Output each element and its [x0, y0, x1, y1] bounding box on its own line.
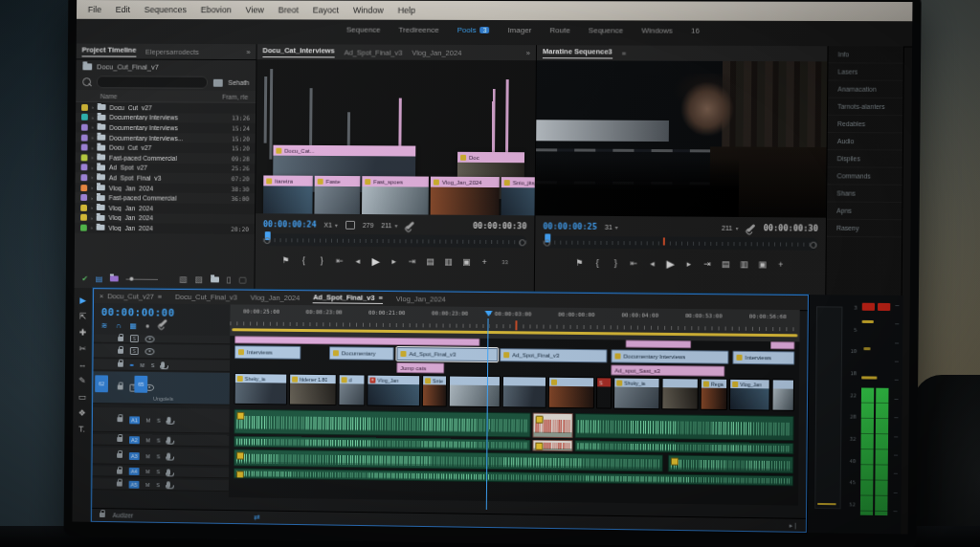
sidebar-item-dispiles[interactable]: Dispiles [827, 150, 902, 168]
audio-clip[interactable] [532, 440, 572, 452]
linked-selection-icon[interactable]: ▦ [129, 321, 137, 330]
audio-clip[interactable] [532, 413, 572, 439]
twirl-icon[interactable]: › [91, 185, 93, 190]
add-button-icon[interactable]: + [776, 260, 786, 270]
workspace-tab-tredireence[interactable]: Tredireence [398, 26, 438, 34]
solo-button[interactable]: S [151, 362, 155, 368]
rectangle-tool[interactable]: ▭ [78, 392, 86, 402]
video-clip-documentary[interactable]: Documentary [329, 346, 394, 361]
twirl-icon[interactable]: › [92, 124, 94, 130]
delete-icon[interactable]: ▢ [238, 275, 246, 285]
mark-in-icon[interactable]: { [592, 258, 602, 268]
sidebar-item-anamacation[interactable]: Anamacation [828, 80, 902, 98]
solo-button[interactable]: S [157, 417, 161, 423]
source-timecode[interactable]: 00:00:00:24 [263, 219, 317, 229]
add-button-icon[interactable]: + [479, 257, 489, 267]
program-zoom-select[interactable]: 31▾ [605, 223, 618, 230]
timeline-clips-area[interactable]: InterviewsDocumentaryAd_Spot_Final_v3Ad_… [229, 336, 800, 505]
sidebar-item-tarnots-alanters[interactable]: Tarnots-alanters [828, 98, 902, 117]
mark-in-icon[interactable]: { [299, 255, 308, 265]
video-clip-sheky-ia[interactable]: Sheky_ia [234, 373, 288, 405]
audio-track-badge[interactable]: A4 [129, 468, 140, 475]
panel-menu-icon[interactable]: ≡ [158, 293, 162, 301]
label-color-chip[interactable] [80, 185, 87, 191]
video-clip-strip[interactable] [770, 341, 794, 349]
video-clip-s[interactable]: S [596, 377, 612, 408]
list-view-icon[interactable]: ▤ [96, 274, 102, 283]
timeline-tab-vlog-jan-2024[interactable]: Vlog_Jan_2024 [396, 295, 446, 303]
solo-button[interactable]: S [157, 453, 161, 459]
scrubber-right-handle[interactable] [810, 242, 816, 249]
program-resolution-select[interactable]: 211▾ [722, 224, 738, 230]
video-clip-vlog-jan[interactable]: ✕Vlog_Jan [367, 375, 420, 407]
menu-ebovion[interactable]: Ebovion [201, 5, 232, 14]
sync-toggle-icon[interactable]: S [130, 347, 139, 355]
program-scrubber[interactable] [543, 235, 817, 250]
label-color-chip[interactable] [81, 114, 88, 120]
timeline-tab-vlog-jan-2024[interactable]: Vlog_Jan_2024 [251, 294, 301, 302]
play-icon[interactable]: ▶ [666, 257, 676, 270]
track-select-tool[interactable]: ⇱ [79, 312, 86, 321]
timeline-tab-docu-cut-v27[interactable]: ×Docu_Cut_v27≡ [100, 292, 162, 301]
step-back-icon[interactable]: ◂ [647, 258, 657, 268]
audio-track-badge[interactable]: A5 [129, 480, 140, 488]
video-clip-thumb[interactable] [771, 379, 794, 411]
sidebar-item-raseny[interactable]: Raseny [827, 220, 902, 238]
sidebar-item-info[interactable]: Info [828, 46, 902, 63]
workspace-tab-pools[interactable]: Pools3 [457, 26, 490, 34]
audio-track-badge[interactable] [130, 363, 134, 365]
clip-indicator-right[interactable] [878, 303, 890, 311]
video-clip-snte[interactable]: Snte [422, 375, 447, 406]
twirl-icon[interactable]: › [91, 215, 93, 221]
source-scrubber[interactable] [263, 233, 527, 248]
bin-purple-icon[interactable] [110, 275, 119, 281]
workspace-tab-sequence[interactable]: Sequence [589, 26, 623, 34]
audio-clip[interactable] [668, 454, 794, 473]
twirl-icon[interactable]: › [91, 155, 93, 161]
track-header-v4[interactable]: S [94, 335, 231, 344]
video-clip-itidener-1-80[interactable]: Itidener 1.80 [289, 374, 337, 405]
label-color-chip[interactable] [81, 144, 88, 151]
video-clip-thumb[interactable] [449, 376, 501, 408]
lock-icon[interactable] [100, 513, 105, 517]
lock-icon[interactable] [118, 384, 123, 389]
sidebar-item-audio[interactable]: Audio [828, 133, 902, 151]
slip-tool[interactable]: ↔ [78, 360, 87, 369]
video-clip-ad-spot-final-v3[interactable]: Ad_Spot_Final_v3 [396, 347, 498, 361]
eye-icon[interactable] [145, 348, 155, 355]
tab-program-sequence[interactable]: Maratine Sequence3 [543, 47, 612, 58]
mic-icon[interactable] [167, 469, 170, 475]
mic-icon[interactable] [167, 453, 170, 460]
panel-menu-icon[interactable]: ≡ [379, 294, 383, 302]
hand-tool[interactable]: ❖ [78, 408, 86, 418]
find-icon[interactable]: ▨ [194, 274, 202, 284]
label-color-chip[interactable] [80, 164, 87, 171]
tab-docu-cat-interviews[interactable]: Docu_Cat_Interviews [262, 46, 334, 57]
track-header-a4[interactable]: A4MS [92, 466, 229, 478]
step-back-icon[interactable]: ◂ [353, 256, 363, 266]
video-clip-vlog-jan[interactable]: Vlog_Jan [729, 379, 770, 411]
video-clip-rega[interactable]: Rega [701, 379, 728, 411]
twirl-icon[interactable]: › [92, 104, 94, 110]
source-monitor-viewer[interactable]: Docu_Cat...DocItaretraFasteFast_spoesVlo… [256, 59, 536, 215]
sidebar-item-apns[interactable]: Apns [827, 203, 902, 221]
mute-button[interactable]: M [145, 453, 150, 459]
marker-icon[interactable]: ● [145, 321, 150, 330]
mute-button[interactable]: M [145, 469, 150, 474]
menu-file[interactable]: File [88, 5, 101, 14]
go-to-out-icon[interactable]: ⇥ [407, 256, 416, 266]
menu-sequences[interactable]: Sequences [145, 5, 187, 14]
video-clip-thumb[interactable] [548, 377, 594, 409]
workspace-tab-imager[interactable]: Imager [507, 26, 531, 34]
column-name[interactable]: Name [100, 93, 118, 99]
video-clip-interviews[interactable]: Interviews [234, 345, 301, 360]
video-clip-shuky-ia[interactable]: Shuky_ia [613, 377, 660, 409]
mute-button[interactable]: M [146, 417, 151, 423]
twirl-icon[interactable]: › [91, 164, 93, 170]
label-color-chip[interactable] [80, 225, 87, 231]
go-to-in-icon[interactable]: ⇤ [629, 258, 638, 268]
audio-clip[interactable] [575, 413, 794, 441]
mark-out-icon[interactable]: } [317, 255, 326, 265]
extract-icon[interactable]: ▥ [739, 259, 748, 269]
video-clip-thumb[interactable] [502, 376, 546, 408]
